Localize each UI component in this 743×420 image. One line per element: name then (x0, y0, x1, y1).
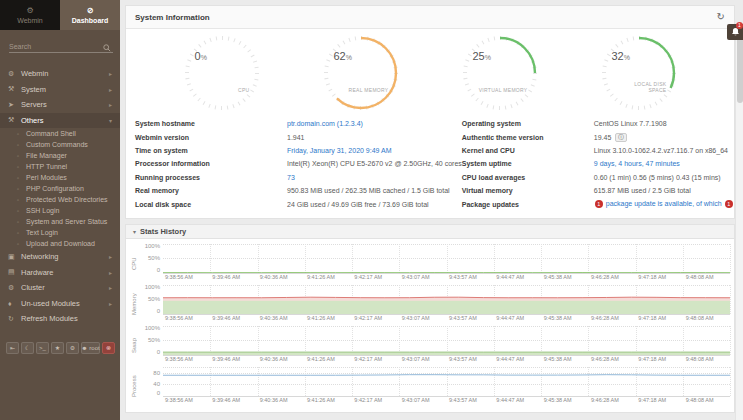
refresh-icon[interactable]: ↻ (717, 12, 725, 22)
x-tick-label: 9:46:28 AM (591, 397, 619, 403)
sidebar-item-cluster[interactable]: ⚙Cluster▸ (0, 280, 120, 296)
percent-sign: % (346, 54, 352, 61)
sidebar-item-others[interactable]: ⚒Others▾ (0, 113, 120, 129)
stats-history-header[interactable]: ▾ Stats History (125, 224, 735, 239)
info-label: Kernel and CPU (462, 147, 594, 154)
chart-plot (163, 285, 730, 314)
send-icon: ➤ (8, 101, 21, 109)
gauge-cell: 0%CPU (152, 34, 291, 112)
info-row-real-memory: Real memory950.83 MiB used / 262.35 MiB … (135, 184, 462, 197)
chevron-right-icon: ▸ (109, 70, 112, 77)
gridline-vertical (730, 285, 731, 314)
gauge-ring (322, 34, 400, 112)
info-row-webmin-version: Webmin version1.941 (135, 130, 462, 143)
sidebar-subitem-label: PHP Configuration (26, 185, 84, 192)
sidebar-subitem-perl-modules[interactable]: ▫Perl Modules (0, 172, 120, 183)
terminal-button[interactable]: >_ (36, 342, 49, 354)
search-icon[interactable] (103, 38, 111, 56)
sidebar-subitem-upload-and-download[interactable]: ▫Upload and Download (0, 238, 120, 249)
sidebar-item-system[interactable]: ⚒System▸ (0, 82, 120, 98)
chart-x-ticks: 9:38:56 AM9:39:46 AM9:40:36 AM9:41:26 AM… (163, 273, 731, 283)
cluster-icon: ⚙ (8, 284, 21, 292)
sidebar-item-un-used-modules[interactable]: ♦Un-used Modules▸ (0, 296, 120, 312)
package-updates-link[interactable]: package update is available, of which (604, 200, 724, 207)
tab-dashboard[interactable]: ⊘ Dashboard (60, 0, 120, 30)
search-input[interactable] (9, 41, 113, 53)
x-tick-label: 9:46:28 AM (591, 315, 619, 321)
sidebar-item-hardware[interactable]: ▤Hardware▸ (0, 265, 120, 281)
sidebar-subitem-system-and-server-status[interactable]: ▫System and Server Status (0, 216, 120, 227)
x-tick-label: 9:48:08 AM (686, 397, 714, 403)
sidebar-search (0, 30, 120, 62)
x-tick-label: 9:43:07 AM (402, 315, 430, 321)
notifications-bell-button[interactable]: 1 (727, 24, 743, 40)
info-value-link[interactable]: Friday, January 31, 2020 9:49 AM (287, 147, 392, 154)
x-tick-label: 9:38:56 AM (165, 274, 193, 280)
favorites-button[interactable]: ★ (51, 342, 64, 354)
sidebar-subitem-ssh-login[interactable]: ▫SSH Login (0, 205, 120, 216)
x-tick-label: 9:41:26 AM (307, 274, 335, 280)
chart-axis-title-text: Process (131, 372, 137, 401)
x-tick-label: 9:44:47 AM (496, 356, 524, 362)
sidebar-subitem-http-tunnel[interactable]: ▫HTTP Tunnel (0, 161, 120, 172)
info-label: Authentic theme version (462, 134, 594, 141)
x-tick-label: 9:40:36 AM (260, 315, 288, 321)
sidebar-subitem-file-manager[interactable]: ▫File Manager (0, 150, 120, 161)
x-tick-label: 9:42:17 AM (354, 274, 382, 280)
sidebar-item-webmin[interactable]: ⚙Webmin▸ (0, 66, 120, 82)
sidebar-item-servers[interactable]: ➤Servers▸ (0, 97, 120, 113)
gauge-percent: 25% (473, 50, 491, 62)
info-label: CPU load averages (462, 174, 594, 181)
x-tick-label: 9:39:46 AM (212, 274, 240, 280)
gauge-icon: ⊘ (87, 6, 94, 15)
chevron-down-icon[interactable]: ▾ (133, 228, 136, 235)
x-tick-label: 9:46:28 AM (591, 274, 619, 280)
scrollbar-track[interactable] (735, 31, 743, 420)
info-value-link[interactable]: ptr.domain.com (1.2.3.4) (287, 120, 363, 127)
chart-plot-area: 9:38:56 AM9:39:46 AM9:40:36 AM9:41:26 AM… (163, 367, 731, 406)
sidebar-subitem-label: System and Server Status (26, 218, 107, 225)
chart-plot (163, 244, 730, 273)
sidebar-item-refresh-modules[interactable]: ↻Refresh Modules (0, 311, 120, 327)
gauge-cell: 32%LOCAL DISK SPACE (569, 34, 708, 112)
sidebar-subitem-php-configuration[interactable]: ▫PHP Configuration (0, 183, 120, 194)
info-value-link[interactable]: 9 days, 4 hours, 47 minutes (594, 160, 680, 167)
x-tick-label: 9:44:47 AM (496, 274, 524, 280)
chart-axis-title: CPU (128, 244, 139, 283)
sidebar-tabs: ⚙ Webmin ⊘ Dashboard (0, 0, 120, 30)
sidebar-item-label: Hardware (21, 268, 109, 277)
night-mode-button[interactable]: ☾ (21, 342, 34, 354)
info-label: System hostname (135, 120, 287, 127)
chart-series-svg (163, 367, 730, 396)
gridline-vertical (730, 244, 731, 273)
sidebar-subitem-custom-commands[interactable]: ▫Custom Commands (0, 139, 120, 150)
module-bullet-icon: ▫ (17, 230, 26, 236)
percent-sign: % (201, 54, 207, 61)
theme-info-icon[interactable]: ⓘ (615, 133, 627, 142)
sidebar-subitem-command-shell[interactable]: ▫Command Shell (0, 128, 120, 139)
tab-webmin[interactable]: ⚙ Webmin (0, 0, 60, 30)
user-button[interactable]: ☻ root (81, 342, 100, 354)
logout-button[interactable]: ⊗ (102, 342, 115, 354)
sidebar-item-networking[interactable]: ▣Networking▸ (0, 249, 120, 265)
gauge-cell: 25%VIRTUAL MEMORY (430, 34, 569, 112)
gauges-row: 0%CPU62%REAL MEMORY25%VIRTUAL MEMORY32%L… (126, 29, 734, 114)
sidebar-subitem-label: File Manager (26, 152, 67, 159)
collapse-sidebar-button[interactable]: ⇤ (6, 342, 19, 354)
x-tick-label: 9:43:57 AM (449, 397, 477, 403)
x-tick-label: 9:48:08 AM (686, 274, 714, 280)
info-value: 1.941 (287, 134, 305, 141)
gauge-cell: 62%REAL MEMORY (291, 34, 430, 112)
sidebar-subitem-protected-web-directories[interactable]: ▫Protected Web Directories (0, 194, 120, 205)
chart-x-ticks: 9:38:56 AM9:39:46 AM9:40:36 AM9:41:26 AM… (163, 314, 731, 324)
info-value-link[interactable]: 73 (287, 174, 295, 181)
gridline-vertical (730, 367, 731, 396)
x-tick-label: 9:44:47 AM (496, 315, 524, 321)
info-label: Time on system (135, 147, 287, 154)
sidebar-subitem-label: Custom Commands (26, 141, 88, 148)
scrollbar-thumb[interactable] (737, 33, 743, 103)
system-information-panel: System Information ↻ 0%CPU62%REAL MEMORY… (125, 5, 735, 219)
stats-history-section: ▾ Stats History CPU100%50%09:38:56 AM9:3… (125, 224, 735, 413)
sidebar-subitem-text-login[interactable]: ▫Text Login (0, 227, 120, 238)
settings-button[interactable]: ⚙ (66, 342, 79, 354)
